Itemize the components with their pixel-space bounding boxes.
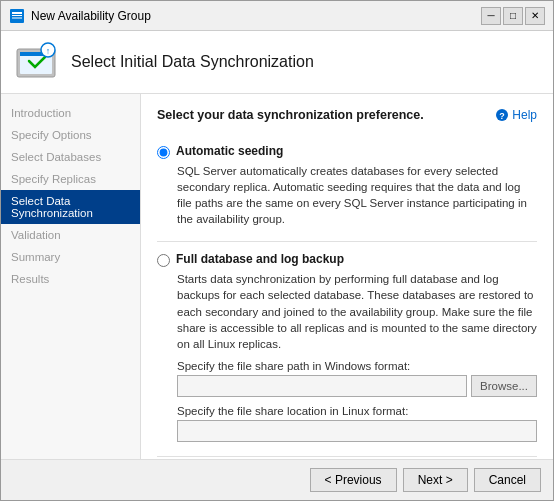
next-button[interactable]: Next > [403, 468, 468, 492]
window-title: New Availability Group [31, 9, 151, 23]
automatic-seeding-label[interactable]: Automatic seeding [176, 144, 283, 158]
sidebar-item-specify-replicas[interactable]: Specify Replicas [1, 168, 140, 190]
windows-path-group: Specify the file share path in Windows f… [177, 360, 537, 397]
footer: < Previous Next > Cancel [1, 459, 553, 500]
option-full-backup: Full database and log backup Starts data… [157, 252, 537, 441]
title-bar-left: New Availability Group [9, 8, 151, 24]
help-label: Help [512, 108, 537, 122]
window: New Availability Group ─ □ ✕ ↑ Select In… [0, 0, 554, 501]
body: Introduction Specify Options Select Data… [1, 94, 553, 459]
maximize-button[interactable]: □ [503, 7, 523, 25]
linux-path-group: Specify the file share location in Linux… [177, 405, 537, 442]
radio-automatic-seeding[interactable] [157, 146, 170, 159]
option-automatic-seeding: Automatic seeding SQL Server automatical… [157, 144, 537, 227]
sidebar-item-select-data-sync[interactable]: Select Data Synchronization [1, 190, 140, 224]
svg-rect-2 [12, 15, 22, 16]
full-backup-label[interactable]: Full database and log backup [176, 252, 344, 266]
svg-rect-1 [12, 12, 22, 14]
sidebar: Introduction Specify Options Select Data… [1, 94, 141, 459]
sidebar-item-results[interactable]: Results [1, 268, 140, 290]
svg-text:?: ? [500, 111, 506, 121]
help-icon: ? [495, 108, 509, 122]
radio-full-backup[interactable] [157, 254, 170, 267]
window-icon [9, 8, 25, 24]
automatic-seeding-desc: SQL Server automatically creates databas… [177, 163, 537, 227]
browse-windows-button[interactable]: Browse... [471, 375, 537, 397]
instruction-text: Select your data synchronization prefere… [157, 108, 424, 122]
windows-path-label: Specify the file share path in Windows f… [177, 360, 537, 372]
sidebar-item-validation[interactable]: Validation [1, 224, 140, 246]
header: ↑ Select Initial Data Synchronization [1, 31, 553, 94]
sidebar-item-summary[interactable]: Summary [1, 246, 140, 268]
linux-path-input[interactable] [177, 420, 537, 442]
cancel-button[interactable]: Cancel [474, 468, 541, 492]
previous-button[interactable]: < Previous [310, 468, 397, 492]
full-backup-desc: Starts data synchronization by performin… [177, 271, 537, 351]
title-bar: New Availability Group ─ □ ✕ [1, 1, 553, 31]
title-bar-buttons: ─ □ ✕ [481, 7, 545, 25]
header-icon: ↑ [15, 41, 57, 83]
svg-text:↑: ↑ [46, 46, 51, 56]
main-content: Select your data synchronization prefere… [141, 94, 553, 459]
header-title: Select Initial Data Synchronization [71, 53, 314, 71]
sidebar-item-select-databases[interactable]: Select Databases [1, 146, 140, 168]
windows-path-input[interactable] [177, 375, 467, 397]
svg-rect-3 [12, 17, 22, 18]
sidebar-item-introduction[interactable]: Introduction [1, 102, 140, 124]
close-button[interactable]: ✕ [525, 7, 545, 25]
linux-path-label: Specify the file share location in Linux… [177, 405, 537, 417]
sidebar-item-specify-options[interactable]: Specify Options [1, 124, 140, 146]
help-link[interactable]: ? Help [495, 108, 537, 122]
minimize-button[interactable]: ─ [481, 7, 501, 25]
